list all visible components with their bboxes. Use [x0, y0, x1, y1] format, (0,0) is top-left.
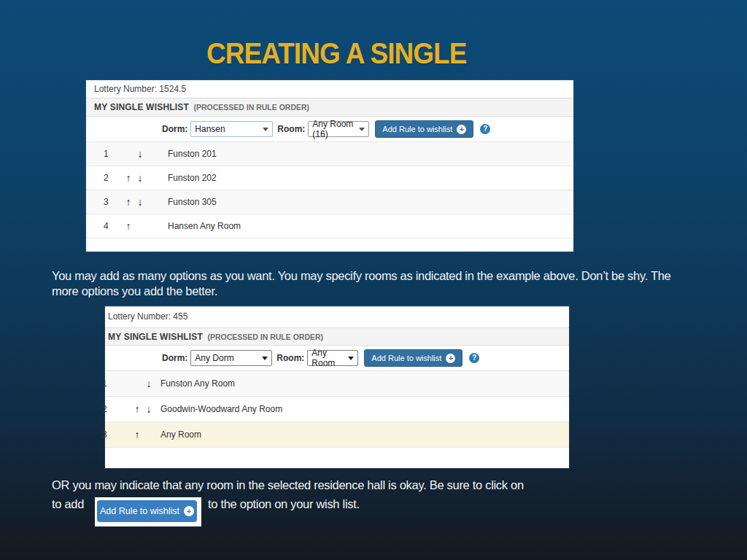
lottery-number: Lottery Number: 1524.5 [86, 80, 573, 98]
room-select[interactable]: Any Room [307, 350, 358, 366]
move-down-icon[interactable]: ↓ [134, 196, 146, 208]
plus-circle-icon: + [446, 354, 455, 363]
wishlist-screenshot-2: Lottery Number: 455 MY SINGLE WISHLIST (… [105, 306, 569, 468]
chevron-down-icon [348, 357, 354, 360]
add-rule-form: Dorm: Any Dorm Room: Any Room Add Rule t… [105, 346, 569, 371]
move-up-icon[interactable]: ↑ [123, 172, 134, 184]
rule-name: Funston 305 [168, 197, 217, 207]
panel-note: (PROCESSED IN RULE ORDER) [207, 332, 323, 341]
wishlist-row: 3 ↑↓ Funston 305 [86, 190, 573, 214]
chevron-down-icon [359, 128, 365, 131]
row-number: 2 [102, 404, 112, 414]
rule-name: Funston 201 [168, 149, 217, 159]
row-number: 3 [104, 197, 114, 207]
rule-name: Funston 202 [168, 173, 217, 183]
panel-note: (PROCESSED IN RULE ORDER) [193, 103, 309, 112]
slide: CREATING A SINGLE Lottery Number: 1524.5… [0, 0, 747, 560]
wishlist-row: 1 ↓ Funston Any Room [105, 371, 569, 397]
dorm-label: Dorm: [162, 353, 187, 363]
intro-line-1: You may add as many options as you want.… [52, 268, 670, 284]
rule-name: Goodwin-Woodward Any Room [160, 404, 282, 414]
row-number: 1 [104, 149, 114, 159]
panel-title: MY SINGLE WISHLIST [108, 332, 203, 342]
dorm-select[interactable]: Any Dorm [190, 350, 272, 366]
add-rule-to-wishlist-button[interactable]: Add Rule to wishlist + [97, 500, 197, 522]
help-icon[interactable]: ? [480, 124, 490, 134]
chevron-down-icon [262, 357, 268, 360]
chevron-down-icon [263, 128, 268, 131]
intro-paragraph: You may add as many options as you want.… [52, 268, 670, 299]
row-number: 2 [104, 173, 114, 183]
room-select-value: Any Room [311, 348, 344, 368]
rule-name: Hansen Any Room [168, 221, 241, 231]
add-rule-button-label: Add Rule to wishlist [371, 354, 441, 362]
intro-line-2: more options you add the better. [52, 284, 670, 299]
row-number: 4 [104, 221, 114, 231]
move-up-icon[interactable]: ↑ [131, 429, 143, 440]
dorm-select[interactable]: Hansen [190, 121, 273, 137]
wishlist-row-highlighted: 3 ↑ Any Room [105, 422, 569, 448]
wishlist-row: 4 ↑ Hansen Any Room [86, 214, 573, 238]
wishlist-panel-header: MY SINGLE WISHLIST (PROCESSED IN RULE OR… [86, 98, 573, 117]
move-up-icon[interactable]: ↑ [123, 196, 134, 208]
plus-circle-icon: + [457, 125, 466, 134]
wishlist-row: 2 ↑↓ Funston 202 [86, 166, 573, 190]
plus-circle-icon: + [184, 506, 194, 516]
wishlist-row: 2 ↑↓ Goodwin-Woodward Any Room [105, 397, 569, 422]
move-down-icon[interactable]: ↓ [134, 172, 146, 184]
rule-name: Any Room [160, 429, 201, 440]
add-rule-to-wishlist-button[interactable]: Add Rule to wishlist + [364, 349, 462, 367]
move-down-icon[interactable]: ↓ [134, 148, 146, 160]
dorm-select-value: Any Dorm [195, 353, 233, 363]
panel-title: MY SINGLE WISHLIST [94, 102, 189, 112]
lottery-number: Lottery Number: 455 [105, 307, 569, 327]
outro-prefix: to add [52, 497, 84, 511]
add-rule-button-label: Add Rule to wishlist [382, 125, 452, 133]
add-rule-to-wishlist-button[interactable]: Add Rule to wishlist + [375, 120, 473, 138]
move-up-icon[interactable]: ↑ [123, 220, 134, 232]
dorm-select-value: Hansen [195, 124, 225, 134]
slide-title: CREATING A SINGLE [206, 36, 466, 71]
move-down-icon[interactable] [134, 220, 146, 232]
room-label: Room: [277, 124, 305, 134]
rule-name: Funston Any Room [160, 378, 235, 389]
add-rule-form: Dorm: Hansen Room: Any Room (16) Add Rul… [86, 117, 573, 142]
outro-line-1: OR you may indicate that any room in the… [52, 478, 524, 492]
outro-suffix: to the option on your wish list. [208, 497, 360, 511]
move-up-icon[interactable] [123, 148, 134, 160]
room-label: Room: [276, 353, 304, 363]
add-rule-button-image[interactable]: Add Rule to wishlist + [95, 497, 201, 526]
move-up-icon[interactable] [131, 378, 143, 389]
wishlist-row: 1 ↓ Funston 201 [86, 142, 573, 166]
wishlist-screenshot-1: Lottery Number: 1524.5 MY SINGLE WISHLIS… [86, 80, 573, 252]
dorm-label: Dorm: [162, 124, 187, 134]
help-icon[interactable]: ? [469, 353, 479, 363]
move-down-icon[interactable] [143, 429, 155, 440]
wishlist-panel-header: MY SINGLE WISHLIST (PROCESSED IN RULE OR… [105, 327, 569, 346]
room-select[interactable]: Any Room (16) [308, 121, 369, 137]
move-down-icon[interactable]: ↓ [143, 403, 155, 415]
row-number: 1 [102, 378, 112, 389]
move-down-icon[interactable]: ↓ [143, 378, 155, 389]
room-select-value: Any Room (16) [312, 119, 355, 139]
add-rule-button-label: Add Rule to wishlist [100, 506, 179, 516]
move-up-icon[interactable]: ↑ [131, 403, 143, 415]
row-number: 3 [102, 429, 112, 440]
